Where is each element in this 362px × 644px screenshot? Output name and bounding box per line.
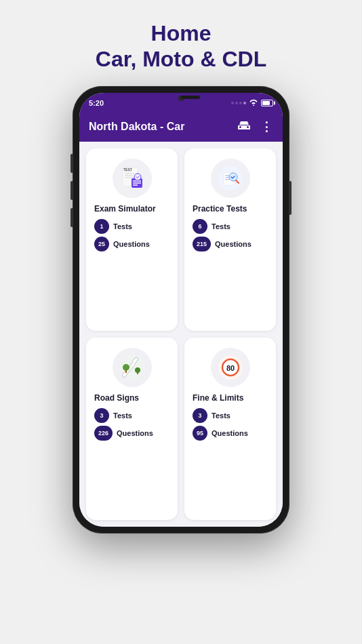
- fine-limits-icon-area: 80: [193, 347, 268, 388]
- exam-questions-stat: 25 Questions: [94, 237, 150, 251]
- practice-questions-label: Questions: [215, 240, 252, 248]
- app-title: Home Car, Moto & CDL: [96, 20, 266, 73]
- phone-screen: 5:20: [79, 93, 283, 527]
- practice-questions-badge: 215: [193, 237, 211, 251]
- svg-point-19: [123, 364, 129, 371]
- road-signs-questions-stat: 226 Questions: [94, 426, 153, 441]
- content-grid: TEST Exam Simulator 1: [79, 142, 283, 527]
- svg-rect-22: [137, 372, 138, 374]
- svg-point-21: [135, 367, 140, 373]
- exam-tests-badge: 1: [94, 219, 109, 234]
- svg-text:80: 80: [226, 363, 234, 371]
- status-icons: [231, 99, 273, 107]
- svg-rect-20: [125, 370, 127, 373]
- svg-rect-2: [125, 173, 134, 174]
- road-signs-label: Road Signs: [94, 393, 169, 403]
- road-signs-tests-badge: 3: [94, 408, 109, 423]
- battery-icon: [261, 100, 273, 106]
- road-signs-icon: [113, 348, 152, 387]
- road-signs-card[interactable]: Road Signs 3 Tests 226 Questions: [86, 338, 178, 520]
- practice-tests-icon-area: [193, 158, 268, 199]
- svg-rect-4: [125, 177, 134, 178]
- practice-tests-card[interactable]: Practice Tests 6 Tests 215 Questions: [184, 148, 276, 331]
- svg-text:TEST: TEST: [123, 167, 132, 172]
- svg-rect-15: [225, 179, 230, 180]
- fine-limits-label: Fine & Limits: [193, 393, 268, 403]
- fine-limits-tests-label: Tests: [212, 411, 230, 420]
- fine-limits-tests-badge: 3: [193, 408, 207, 423]
- car-icon[interactable]: [236, 117, 252, 136]
- fine-limits-tests-stat: 3 Tests: [193, 408, 230, 423]
- phone-frame: 5:20: [73, 86, 289, 534]
- fine-limits-card[interactable]: 80 Fine & Limits 3 Tests 95 Questions: [184, 338, 276, 520]
- wifi-icon: [249, 99, 258, 107]
- svg-point-10: [134, 174, 141, 180]
- road-signs-questions-label: Questions: [117, 429, 153, 437]
- signal-icon: [231, 102, 246, 104]
- exam-simulator-icon: TEST: [113, 159, 152, 198]
- fine-limits-questions-stat: 95 Questions: [193, 426, 248, 441]
- exam-tests-label: Tests: [113, 222, 132, 230]
- exam-simulator-icon-area: TEST: [94, 158, 169, 199]
- practice-tests-label: Practice Tests: [193, 204, 268, 214]
- practice-tests-stat: 6 Tests: [193, 219, 230, 234]
- exam-questions-badge: 25: [94, 237, 109, 251]
- exam-questions-label: Questions: [113, 240, 150, 248]
- exam-simulator-label: Exam Simulator: [94, 204, 169, 214]
- page-wrapper: Home Car, Moto & CDL 5:20: [0, 0, 362, 644]
- svg-rect-3: [125, 175, 133, 176]
- page-title: Home Car, Moto & CDL: [96, 0, 266, 86]
- status-time: 5:20: [89, 99, 104, 107]
- practice-tests-badge: 6: [193, 219, 207, 234]
- volume-down-button: [71, 181, 73, 200]
- exam-tests-stat: 1 Tests: [94, 219, 132, 234]
- road-signs-questions-badge: 226: [94, 426, 113, 441]
- speaker: [181, 96, 200, 99]
- exam-simulator-card[interactable]: TEST Exam Simulator 1: [86, 148, 178, 331]
- road-signs-tests-stat: 3 Tests: [94, 408, 132, 423]
- nav-icons: ⋮: [236, 117, 273, 136]
- fine-limits-questions-label: Questions: [212, 429, 248, 437]
- fine-limits-icon: 80: [211, 348, 250, 387]
- practice-questions-stat: 215 Questions: [193, 237, 252, 251]
- more-options-icon[interactable]: ⋮: [260, 119, 273, 134]
- mute-button: [71, 208, 73, 227]
- fine-limits-questions-badge: 95: [193, 426, 207, 441]
- nav-bar: North Dakota - Car ⋮: [79, 112, 283, 142]
- practice-tests-label-stat: Tests: [212, 222, 230, 230]
- practice-tests-icon: [211, 159, 250, 198]
- road-signs-icon-area: [94, 347, 169, 388]
- volume-up-button: [71, 154, 73, 173]
- power-button: [289, 181, 291, 215]
- nav-title: North Dakota - Car: [89, 121, 184, 133]
- road-signs-tests-label: Tests: [113, 411, 132, 420]
